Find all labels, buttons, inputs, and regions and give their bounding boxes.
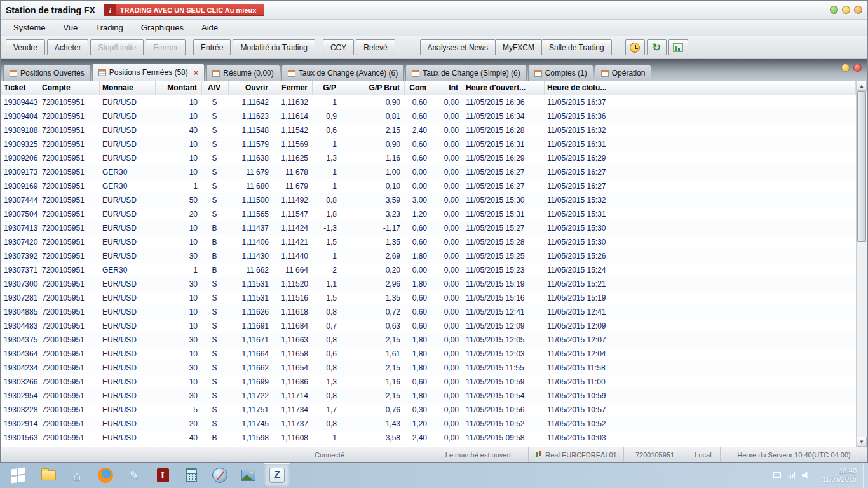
table-row[interactable]: 193092067200105951EUR/USD10S1,116381,116… bbox=[1, 151, 856, 165]
analyses-et-news-button[interactable]: Analyses et News bbox=[420, 39, 496, 55]
trading-station-icon[interactable]: Z bbox=[264, 463, 290, 487]
menu-bar: SystèmeVueTradingGraphiquesAide bbox=[1, 20, 867, 36]
menu-graphiques[interactable]: Graphiques bbox=[132, 20, 193, 35]
window-minimize-button[interactable] bbox=[842, 6, 850, 14]
column-header-compte[interactable]: Compte bbox=[39, 81, 100, 95]
myfxcm-button[interactable]: MyFXCM bbox=[495, 39, 542, 55]
table-row[interactable]: 193074447200105951EUR/USD50S1,115001,114… bbox=[1, 193, 856, 207]
column-header-heure-de-clotu[interactable]: Heure de clotu... bbox=[545, 81, 627, 95]
table-row[interactable]: 193094047200105951EUR/USD10S1,116231,116… bbox=[1, 109, 856, 123]
table-row[interactable]: 193044837200105951EUR/USD10S1,116911,116… bbox=[1, 319, 856, 333]
column-header-g-p-brut[interactable]: G/P Brut bbox=[341, 81, 405, 95]
table-row[interactable]: 193074207200105951EUR/USD10B1,114061,114… bbox=[1, 235, 856, 249]
one-click-trading-banner[interactable]: i TRADING AVEC UN SEUL CLIC Au mieux bbox=[104, 4, 265, 16]
firefox-icon[interactable] bbox=[92, 463, 119, 487]
table-row[interactable]: 193072817200105951EUR/USD10S1,115311,115… bbox=[1, 291, 856, 305]
column-header-heure-d-ouvert[interactable]: Heure d'ouvert... bbox=[463, 81, 545, 95]
table-row[interactable]: 193043757200105951EUR/USD30S1,116711,116… bbox=[1, 333, 856, 347]
table-row[interactable]: 193091737200105951GER3010S11 67911 67811… bbox=[1, 165, 856, 179]
table-row[interactable]: 193015637200105951EUR/USD40B1,115981,116… bbox=[1, 431, 856, 445]
acheter-button[interactable]: Acheter bbox=[47, 39, 88, 55]
tab-positions-ferm-es-58[interactable]: Positions Fermées (58)× bbox=[92, 64, 205, 81]
tab-positions-ouvertes[interactable]: Positions Ouvertes bbox=[3, 65, 91, 81]
column-header-g-p[interactable]: G/P bbox=[313, 81, 341, 95]
toolbar-group-entry: EntréeModalité du Trading bbox=[193, 39, 317, 55]
tab-taux-de-change-simple-6[interactable]: Taux de Change (Simple) (6) bbox=[405, 65, 526, 81]
browser-compass-icon[interactable] bbox=[207, 463, 233, 487]
red-i-app-icon[interactable]: I bbox=[149, 463, 176, 487]
close-tab-icon[interactable]: × bbox=[194, 68, 199, 78]
table-cell: 0,8 bbox=[313, 305, 341, 319]
column-header-int[interactable]: Int bbox=[431, 81, 463, 95]
menu-syst-me[interactable]: Système bbox=[4, 20, 55, 35]
pane-minimize-button[interactable] bbox=[841, 64, 850, 72]
table-row[interactable]: 193091697200105951GER301S11 68011 67910,… bbox=[1, 179, 856, 193]
scroll-thumb[interactable] bbox=[857, 91, 866, 242]
report-chart-icon[interactable] bbox=[668, 39, 688, 55]
stop-limite-button[interactable]: Stop/Limite bbox=[90, 39, 144, 55]
table-cell: 11 662 bbox=[229, 263, 273, 277]
table-row[interactable]: 193091887200105951EUR/USD40S1,115481,115… bbox=[1, 123, 856, 137]
pane-close-button[interactable] bbox=[853, 64, 862, 72]
scroll-track[interactable] bbox=[857, 91, 867, 437]
column-header-fermer[interactable]: Fermer bbox=[273, 81, 313, 95]
network-icon[interactable] bbox=[788, 472, 795, 478]
column-header-ticket[interactable]: Ticket bbox=[1, 81, 39, 95]
home-icon[interactable]: ⌂ bbox=[64, 463, 90, 487]
table-cell: 0,8 bbox=[313, 333, 341, 347]
table-row[interactable]: 193048857200105951EUR/USD10S1,116261,116… bbox=[1, 305, 856, 319]
table-row[interactable]: 193074137200105951EUR/USD10B1,114371,114… bbox=[1, 221, 856, 235]
table-row[interactable]: 193093257200105951EUR/USD10S1,115791,115… bbox=[1, 137, 856, 151]
column-header-ouvrir[interactable]: Ouvrir bbox=[229, 81, 273, 95]
salle-de-trading-button[interactable]: Salle de Trading bbox=[541, 39, 612, 55]
tab-comptes-1[interactable]: Comptes (1) bbox=[528, 65, 593, 81]
column-header-com[interactable]: Com bbox=[405, 81, 431, 95]
tab-taux-de-change-avanc-6[interactable]: Taux de Change (Avancé) (6) bbox=[281, 65, 405, 81]
table-row[interactable]: 193029147200105951EUR/USD20S1,117451,117… bbox=[1, 417, 856, 431]
table-row[interactable]: 193073927200105951EUR/USD30B1,114301,114… bbox=[1, 249, 856, 263]
window-help-button[interactable] bbox=[830, 6, 838, 14]
table-row[interactable]: 193032287200105951EUR/USD5S1,117511,1173… bbox=[1, 403, 856, 417]
start-button[interactable] bbox=[3, 463, 33, 487]
volume-icon[interactable] bbox=[802, 471, 811, 479]
pen-icon[interactable]: ✎ bbox=[121, 463, 147, 487]
scroll-down-button[interactable]: ▼ bbox=[857, 437, 867, 447]
tab-op-ration[interactable]: Opération bbox=[595, 65, 652, 81]
vendre-button[interactable]: Vendre bbox=[6, 39, 45, 55]
calculator-icon[interactable] bbox=[178, 463, 205, 487]
window-close-button[interactable] bbox=[854, 6, 862, 14]
table-row[interactable]: 193029547200105951EUR/USD30S1,117221,117… bbox=[1, 389, 856, 403]
grid-icon bbox=[288, 70, 295, 77]
table-row[interactable]: 193073717200105951GER301B11 66211 66420,… bbox=[1, 263, 856, 277]
table-row[interactable]: 193043647200105951EUR/USD10S1,116641,116… bbox=[1, 347, 856, 361]
modalit-du-trading-button[interactable]: Modalité du Trading bbox=[233, 39, 315, 55]
menu-aide[interactable]: Aide bbox=[193, 20, 227, 35]
sync-clock-icon[interactable]: ↻ bbox=[647, 39, 667, 55]
table-row[interactable]: 193042347200105951EUR/USD30S1,116621,116… bbox=[1, 361, 856, 375]
clock-icon[interactable] bbox=[625, 39, 645, 55]
scroll-up-button[interactable]: ▲ bbox=[857, 81, 867, 91]
fermer-button[interactable]: Fermer bbox=[146, 39, 186, 55]
menu-vue[interactable]: Vue bbox=[55, 20, 87, 35]
table-row[interactable]: 193094437200105951EUR/USD10S1,116421,116… bbox=[1, 95, 856, 109]
column-header-monnaie[interactable]: Monnaie bbox=[100, 81, 156, 95]
entr-e-button[interactable]: Entrée bbox=[193, 39, 231, 55]
table-cell: S bbox=[202, 361, 229, 375]
photo-viewer-icon[interactable] bbox=[235, 463, 262, 487]
pc-status-icon[interactable] bbox=[773, 472, 781, 478]
show-desktop-button[interactable] bbox=[863, 463, 868, 488]
table-row[interactable]: 193075047200105951EUR/USD20S1,115651,115… bbox=[1, 207, 856, 221]
table-row[interactable]: 193073007200105951EUR/USD30S1,115311,115… bbox=[1, 277, 856, 291]
menu-trading[interactable]: Trading bbox=[86, 20, 132, 35]
table-cell: 0,63 bbox=[341, 319, 405, 333]
file-explorer-icon[interactable] bbox=[35, 463, 62, 487]
relev-button[interactable]: Relevé bbox=[356, 39, 395, 55]
table-row[interactable]: 193032667200105951EUR/USD10S1,116991,116… bbox=[1, 375, 856, 389]
vertical-scrollbar[interactable]: ▲ ▼ bbox=[856, 81, 867, 447]
clock-date: 11/05/2015 bbox=[822, 475, 857, 484]
ccy-button[interactable]: CCY bbox=[323, 39, 354, 55]
column-header-a-v[interactable]: A/V bbox=[202, 81, 229, 95]
taskbar-clock[interactable]: 16:40 11/05/2015 bbox=[816, 463, 863, 488]
tab-r-sum-0-00[interactable]: Résumé (0,00) bbox=[206, 65, 280, 81]
column-header-montant[interactable]: Montant bbox=[156, 81, 202, 95]
